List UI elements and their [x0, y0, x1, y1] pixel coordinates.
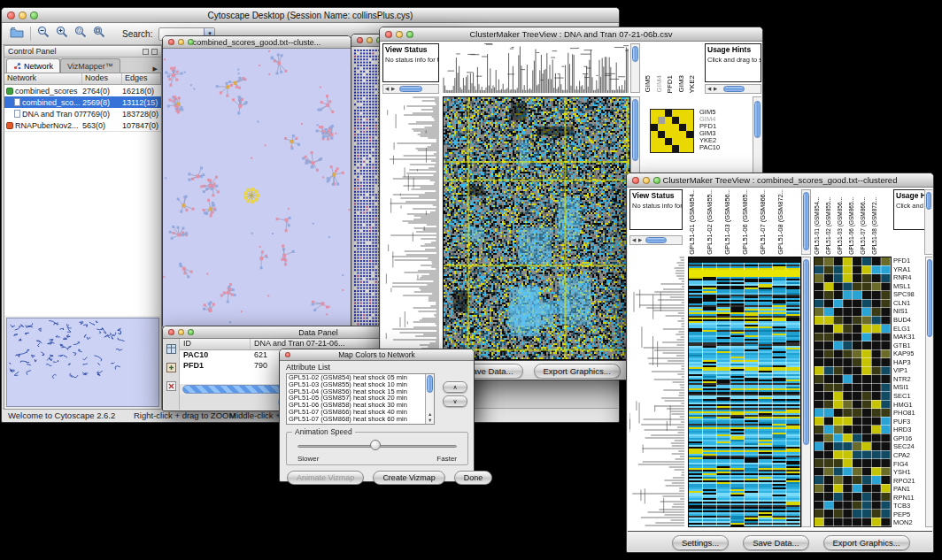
gene-label[interactable]: PAN1 — [893, 485, 923, 494]
network-view-titlebar[interactable]: combined_scores_good.txt--cluste... — [163, 36, 351, 49]
gene-label[interactable]: GPI16 — [893, 434, 923, 443]
scroll-down-icon[interactable]: ▼ — [428, 418, 432, 424]
dialog-button[interactable]: Animate Vizmap — [287, 471, 364, 485]
treeview-button[interactable]: Export Graphics... — [823, 535, 910, 550]
column-label[interactable]: GIM4 — [655, 75, 664, 93]
network-row[interactable]: combined_scores 2764(0) 16218(0) — [4, 85, 161, 96]
maximize-icon[interactable] — [188, 39, 194, 45]
column-label[interactable]: GIM5 — [644, 75, 652, 93]
scroll-thumb[interactable] — [803, 192, 809, 250]
gene-label[interactable]: PHO81 — [893, 409, 923, 418]
scroll-thumb[interactable] — [803, 259, 809, 445]
gene-label[interactable]: PUF3 — [893, 418, 923, 426]
gene-label[interactable]: RPO21 — [893, 477, 923, 486]
network-overview-thumbnail[interactable] — [6, 318, 159, 407]
gene-label[interactable]: MON2 — [893, 518, 923, 527]
dialog-button[interactable]: Done — [454, 471, 493, 485]
row-dendrogram[interactable] — [629, 257, 684, 527]
close-icon[interactable] — [168, 39, 174, 45]
column-label[interactable]: GPL51-01 (GSM854... — [688, 189, 696, 255]
dendro-vscrollbar[interactable] — [630, 43, 640, 93]
scroll-left-icon[interactable]: ◀ — [707, 87, 711, 92]
column-label[interactable]: GPL51-07 (GSM866... — [759, 189, 767, 255]
close-icon[interactable] — [357, 37, 363, 43]
correlation-matrix-1[interactable] — [650, 109, 694, 153]
dialog-titlebar[interactable]: Map Colors to Network — [280, 349, 474, 361]
close-panel-icon[interactable] — [151, 49, 158, 55]
hints-hscrollbar[interactable]: ◀ ▶ — [705, 84, 761, 94]
gene-label[interactable]: TCB3 — [893, 502, 923, 510]
column-label[interactable]: GPL51-08 (GSM872... — [871, 197, 878, 255]
attribute-listbox[interactable]: GPL51-02 (GSM854) heat shock 05 minGPL51… — [286, 373, 435, 425]
heatmap-canvas[interactable] — [688, 257, 801, 527]
column-label[interactable]: GPL51-02 (GSM855... — [825, 197, 832, 255]
zoom-out-icon[interactable] — [37, 26, 50, 42]
gene-label[interactable]: HMG1 — [893, 401, 923, 410]
close-icon[interactable] — [7, 12, 15, 19]
heatmap-canvas[interactable] — [443, 96, 630, 360]
gene-label[interactable]: CLN1 — [893, 299, 923, 308]
gene-label[interactable]: HAP3 — [893, 358, 923, 367]
maximize-icon[interactable] — [653, 177, 660, 184]
gene-label[interactable]: RPN11 — [893, 494, 923, 502]
zoom-in-icon[interactable] — [56, 26, 68, 42]
maximize-icon[interactable] — [406, 31, 413, 38]
gene-label[interactable]: PFD1 — [893, 257, 923, 265]
network-canvas[interactable] — [163, 49, 351, 326]
minimize-icon[interactable] — [643, 177, 650, 184]
gene-label[interactable]: NTR2 — [893, 375, 923, 384]
maximize-icon[interactable] — [30, 12, 38, 19]
scroll-thumb[interactable] — [754, 101, 761, 138]
move-down-button[interactable]: ∨ — [443, 395, 467, 407]
treeview-button[interactable]: Save Data... — [743, 535, 808, 550]
main-titlebar[interactable]: Cytoscape Desktop (Session Name: collins… — [2, 8, 619, 23]
delete-attribute-icon[interactable] — [166, 379, 176, 395]
column-label[interactable]: GPL51-07 (GSM866... — [860, 197, 867, 255]
column-dendrogram[interactable] — [443, 43, 629, 93]
zoom-selected-icon[interactable] — [74, 26, 87, 42]
column-label[interactable]: GPL51-01 (GSM854... — [814, 197, 821, 255]
close-icon[interactable] — [168, 329, 174, 335]
scroll-thumb[interactable] — [632, 99, 638, 161]
scroll-thumb[interactable] — [645, 237, 667, 243]
minimize-icon[interactable] — [367, 37, 373, 43]
scroll-thumb[interactable] — [632, 46, 638, 62]
tab-vizmapper[interactable]: VizMapper™ — [60, 58, 120, 73]
scroll-thumb[interactable] — [427, 375, 433, 393]
float-panel-icon[interactable] — [143, 49, 149, 55]
gene-label[interactable]: MSL1 — [893, 282, 923, 291]
open-session-icon[interactable] — [10, 26, 24, 42]
top-vscrollbar[interactable] — [801, 189, 811, 255]
gene-label[interactable]: YSH1 — [893, 468, 923, 477]
scroll-thumb[interactable] — [399, 86, 422, 92]
genes-vscrollbar[interactable] — [925, 257, 932, 527]
treeview-button[interactable]: Settings... — [672, 535, 729, 550]
scroll-up-icon[interactable]: ▲ — [428, 412, 432, 418]
network-row[interactable]: combined_sco... 2569(8) 13112(15) — [4, 96, 161, 108]
gene-label[interactable]: GTB1 — [893, 341, 923, 350]
gene-label[interactable]: SPC98 — [893, 290, 923, 299]
treeview1-titlebar[interactable]: ClusterMaker TreeView : DNA and Tran 07-… — [380, 27, 762, 42]
scroll-right-icon[interactable]: ▶ — [638, 238, 642, 243]
minimize-icon[interactable] — [178, 39, 184, 45]
col-id[interactable]: ID — [180, 339, 251, 349]
col-nodes[interactable]: Nodes — [82, 73, 122, 84]
column-label[interactable]: PFD1 — [666, 75, 675, 93]
scroll-thumb[interactable] — [926, 192, 931, 210]
hints-vscrollbar[interactable] — [924, 189, 932, 255]
zoom-fit-icon[interactable] — [93, 26, 105, 42]
gene-label[interactable]: MSI1 — [893, 383, 923, 392]
column-label[interactable]: GPL51-02 (GSM855... — [706, 189, 714, 255]
minimize-icon[interactable] — [396, 31, 403, 38]
column-label[interactable]: GIM3 — [677, 75, 686, 93]
gene-label[interactable]: HRD3 — [893, 426, 923, 434]
zoom-heatmap-canvas[interactable] — [814, 257, 892, 527]
select-attributes-icon[interactable] — [166, 341, 176, 357]
close-icon[interactable] — [285, 352, 290, 357]
network-row[interactable]: RNAPuberNov2... 563(0) 107847(0) — [4, 119, 161, 131]
gene-label[interactable]: MAK31 — [893, 333, 923, 341]
col-network[interactable]: Network — [4, 73, 82, 84]
column-label[interactable]: YKE2 — [688, 75, 697, 93]
gene-label[interactable]: VIP1 — [893, 366, 923, 375]
tab-overflow-icon[interactable]: ▶ — [153, 65, 161, 73]
